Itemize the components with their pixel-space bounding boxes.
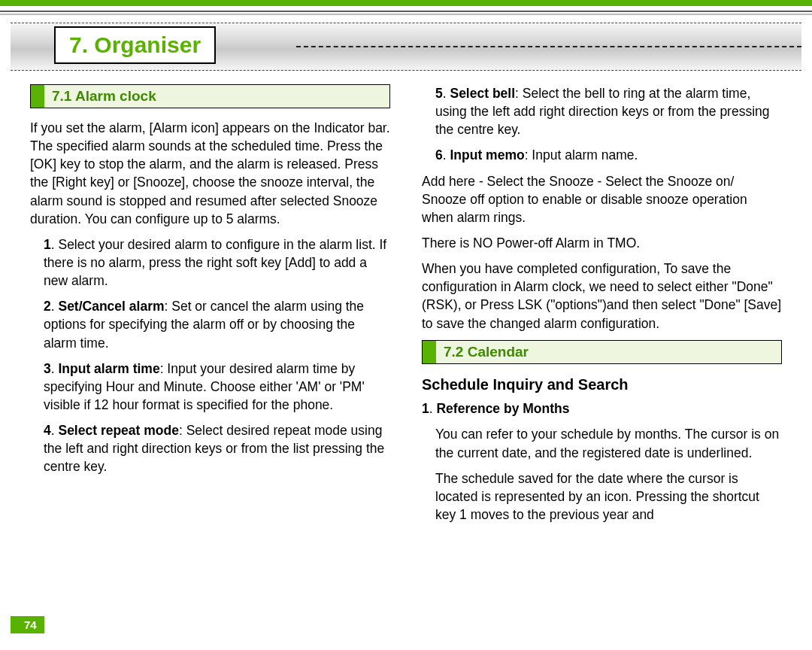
- right-column: 5. Select bell: Select the bell to ring …: [422, 84, 782, 531]
- chapter-header-strip: 7. Organiser: [11, 23, 801, 71]
- left-column: 7.1 Alarm clock If you set the alarm, [A…: [30, 84, 390, 531]
- rule-light: [0, 14, 812, 15]
- section72-ref-body1: You can refer to your schedule by months…: [422, 425, 782, 461]
- ref-label: Reference by Months: [436, 401, 569, 416]
- page-number-badge: 74: [11, 616, 44, 633]
- item5-label: Select bell: [450, 86, 515, 101]
- item6-label: Input memo: [450, 147, 524, 162]
- item2-num: 2: [44, 299, 51, 314]
- section71-save: When you have completed configuration, T…: [422, 260, 782, 333]
- item1-num: 1: [44, 237, 51, 252]
- ref-num: 1: [422, 401, 429, 416]
- chapter-title: 7. Organiser: [69, 32, 201, 57]
- item3-label: Input alarm time: [58, 361, 159, 376]
- page-body: 7.1 Alarm clock If you set the alarm, [A…: [0, 71, 812, 531]
- section71-item2: 2. Set/Cancel alarm: Set or cancel the a…: [30, 297, 390, 351]
- chapter-dashed-line: [296, 46, 801, 47]
- item6-body: : Input alarm name.: [525, 147, 638, 162]
- item5-num: 5: [435, 86, 443, 101]
- item6-num: 6: [435, 147, 443, 162]
- section-title-7-1: 7.1 Alarm clock: [52, 87, 156, 106]
- section71-addhere: Add here - Select the Snooze - Select th…: [422, 172, 782, 226]
- page-number: 74: [24, 618, 37, 631]
- item4-num: 4: [44, 423, 51, 438]
- item4-label: Select repeat mode: [58, 423, 178, 438]
- item3-num: 3: [44, 361, 51, 376]
- section-accent-bar: [31, 85, 44, 108]
- section71-item4: 4. Select repeat mode: Select desired re…: [30, 421, 390, 475]
- subsection-schedule-inquiry: Schedule Inquiry and Search: [422, 375, 782, 396]
- section71-intro: If you set the alarm, [Alarm icon] appea…: [30, 119, 390, 228]
- section-title-7-2: 7.2 Calendar: [444, 342, 529, 362]
- section72-ref-head: 1. Reference by Months: [422, 399, 782, 418]
- section-accent-bar: [423, 341, 436, 363]
- top-green-border: [0, 0, 812, 6]
- section71-item1: 1. Select your desired alarm to configur…: [30, 235, 390, 290]
- section71-item5: 5. Select bell: Select the bell to ring …: [422, 84, 782, 138]
- section-heading-7-1: 7.1 Alarm clock: [30, 84, 390, 108]
- section71-poweroff: There is NO Power-off Alarm in TMO.: [422, 234, 782, 252]
- item1-body: Select your desired alarm to configure i…: [44, 237, 386, 288]
- section-heading-7-2: 7.2 Calendar: [422, 340, 782, 364]
- item2-label: Set/Cancel alarm: [58, 299, 164, 314]
- section71-item3: 3. Input alarm time: Input your desired …: [30, 360, 390, 414]
- section71-item6: 6. Input memo: Input alarm name.: [422, 146, 782, 164]
- rule-dark: [0, 11, 812, 12]
- section72-ref-body2: The schedule saved for the date where th…: [422, 469, 782, 524]
- chapter-title-box: 7. Organiser: [54, 26, 216, 64]
